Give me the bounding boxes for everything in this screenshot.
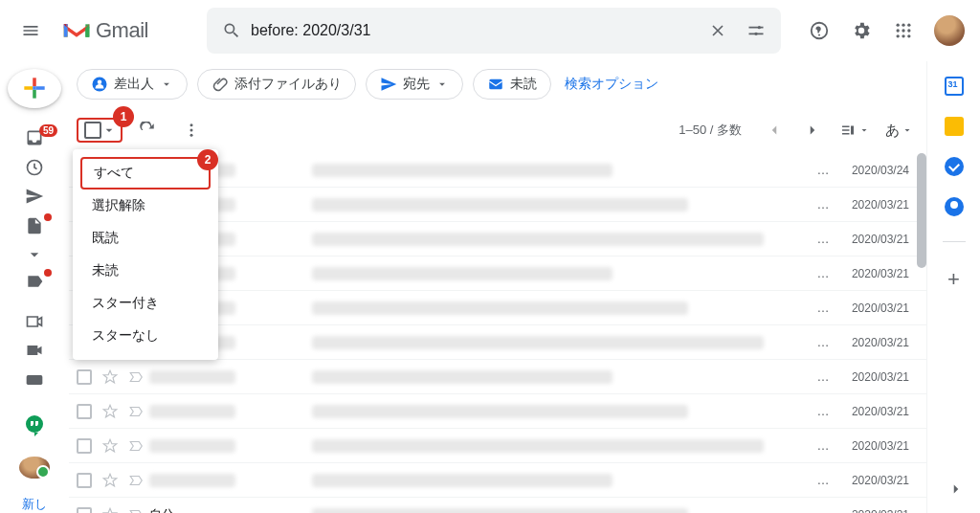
send-icon: [25, 187, 44, 206]
select-all-checkbox[interactable]: [84, 122, 101, 139]
filter-unread[interactable]: 未読: [473, 69, 551, 100]
star-icon[interactable]: [101, 403, 119, 420]
svg-point-8: [907, 24, 910, 27]
chevron-left-icon: [766, 122, 783, 139]
account-avatar[interactable]: [934, 15, 965, 46]
svg-rect-1: [85, 24, 89, 36]
mail-row[interactable]: … 2020/03/21: [69, 429, 926, 463]
get-addons-button[interactable]: +: [947, 267, 960, 292]
mail-row[interactable]: 自分 … 2020/03/21: [69, 498, 926, 513]
sidebar-snoozed[interactable]: [15, 157, 54, 176]
contacts-addon[interactable]: [945, 197, 964, 216]
important-icon[interactable]: [128, 437, 145, 455]
row-date: 2020/03/21: [833, 474, 919, 487]
sidebar-drafts[interactable]: [15, 215, 54, 234]
svg-point-14: [907, 34, 910, 37]
filter-attachment[interactable]: 添付ファイルあり: [197, 69, 356, 100]
star-icon[interactable]: [101, 368, 119, 386]
filter-sender[interactable]: 差出人: [77, 69, 188, 100]
row-overflow: …: [813, 438, 833, 453]
prev-page-button[interactable]: [757, 113, 791, 147]
menu-item-none[interactable]: 選択解除: [73, 190, 218, 222]
chevron-down-icon: [902, 124, 913, 136]
search-icon: [222, 21, 241, 40]
sidebar-hangouts[interactable]: [15, 413, 54, 436]
label-icon: [25, 272, 44, 291]
sidebar-sent[interactable]: [15, 187, 54, 206]
page-count[interactable]: 1–50 / 多数: [679, 122, 742, 139]
calendar-addon[interactable]: [945, 77, 964, 96]
menu-item-unstarred[interactable]: スターなし: [73, 320, 218, 352]
scrollbar[interactable]: [917, 153, 926, 268]
density-icon: [839, 122, 857, 139]
important-icon[interactable]: [128, 472, 145, 489]
row-checkbox[interactable]: [77, 369, 92, 385]
gmail-logo[interactable]: Gmail: [54, 18, 197, 43]
svg-point-5: [818, 34, 820, 36]
toolbar-right: 1–50 / 多数 あ: [679, 113, 919, 147]
settings-button[interactable]: [842, 11, 880, 50]
search-input[interactable]: [251, 22, 699, 39]
search-button[interactable]: [212, 11, 251, 50]
clear-search-button[interactable]: [699, 11, 737, 50]
sidebar-meet-join[interactable]: [15, 341, 54, 360]
menu-item-all[interactable]: すべて 2: [80, 157, 211, 190]
sidebar-more[interactable]: [15, 245, 54, 264]
important-icon[interactable]: [128, 506, 145, 514]
hide-sidepanel-button[interactable]: [947, 480, 965, 502]
star-icon[interactable]: [101, 506, 119, 514]
filter-bar: 差出人 添付ファイルあり 宛先 未読 検索オプション: [69, 61, 926, 107]
menu-item-starred[interactable]: スター付き: [73, 287, 218, 320]
sidebar-meet-new[interactable]: [15, 312, 54, 331]
important-icon[interactable]: [128, 403, 145, 420]
star-icon[interactable]: [101, 437, 119, 455]
svg-point-10: [902, 29, 904, 32]
next-page-button[interactable]: [795, 113, 830, 147]
star-icon[interactable]: [101, 472, 119, 489]
compose-button[interactable]: [8, 69, 61, 108]
refresh-icon: [139, 122, 156, 139]
right-sidebar: +: [926, 61, 980, 513]
refresh-button[interactable]: [128, 111, 167, 149]
apps-grid-icon: [894, 21, 913, 40]
menu-item-read[interactable]: 既読: [73, 222, 218, 255]
mail-row[interactable]: … 2020/03/21: [69, 394, 926, 429]
search-options-link[interactable]: 検索オプション: [565, 76, 658, 93]
row-checkbox[interactable]: [77, 404, 92, 419]
row-date: 2020/03/21: [833, 198, 919, 212]
plus-icon: [19, 73, 50, 103]
keyboard-icon: [25, 370, 44, 390]
keep-addon[interactable]: [945, 117, 964, 136]
main-menu-button[interactable]: [8, 8, 54, 54]
tasks-addon[interactable]: [945, 157, 964, 176]
mail-row[interactable]: … 2020/03/21: [69, 463, 926, 498]
filter-to-label: 宛先: [403, 76, 430, 93]
menu-item-unread[interactable]: 未読: [73, 255, 218, 287]
row-checkbox[interactable]: [77, 438, 92, 454]
support-button[interactable]: [800, 11, 838, 50]
input-method-button[interactable]: あ: [880, 122, 919, 140]
sidebar-new-label[interactable]: 新し: [22, 496, 47, 513]
density-button[interactable]: [834, 122, 876, 139]
row-date: 2020/03/21: [833, 439, 919, 453]
filter-to[interactable]: 宛先: [366, 69, 463, 100]
row-checkbox[interactable]: [77, 473, 92, 488]
sidebar-label[interactable]: [15, 271, 54, 290]
row-checkbox[interactable]: [77, 507, 92, 514]
sidebar-chat-avatar[interactable]: [19, 457, 50, 479]
sidebar-keyboard[interactable]: [15, 370, 54, 390]
svg-rect-25: [489, 79, 502, 90]
sidebar-inbox[interactable]: 59: [15, 128, 54, 147]
row-date: 2020/03/24: [833, 164, 919, 177]
row-subject: [312, 439, 813, 453]
select-all-dropdown[interactable]: 1: [77, 118, 122, 143]
person-icon: [91, 76, 108, 93]
more-button[interactable]: [172, 111, 211, 149]
chevron-down-icon: [25, 245, 44, 264]
svg-point-11: [907, 29, 910, 32]
chevron-down-icon: [858, 124, 870, 136]
important-icon[interactable]: [128, 368, 145, 386]
apps-button[interactable]: [884, 11, 923, 50]
mail-row[interactable]: … 2020/03/21: [69, 360, 926, 394]
search-options-button[interactable]: [737, 11, 775, 50]
